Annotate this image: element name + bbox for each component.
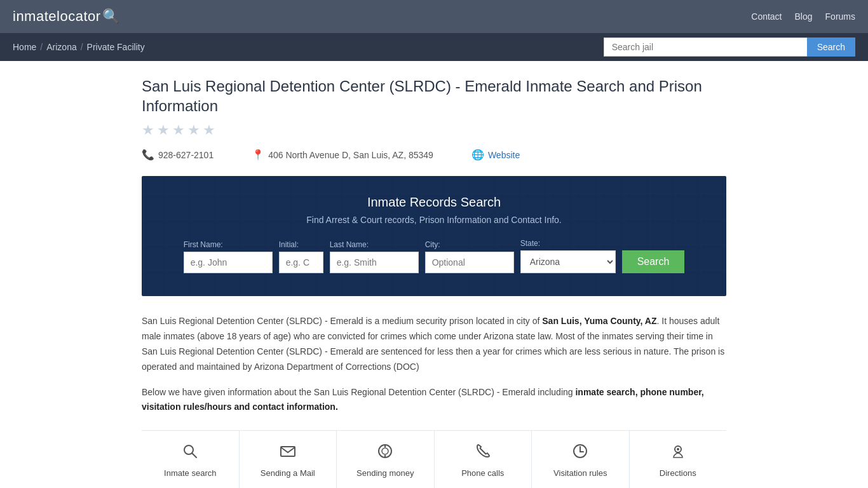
bottom-nav-directions-label: Directions — [660, 468, 696, 478]
svg-point-4 — [382, 448, 388, 454]
banner-title: Inmate Records Search — [161, 195, 707, 210]
visitation-icon — [571, 442, 589, 464]
star-2: ★ — [157, 122, 170, 139]
description-para1: San Luis Regional Detention Center (SLRD… — [142, 314, 726, 374]
star-4: ★ — [187, 122, 200, 139]
description-para2: Below we have given information about th… — [142, 385, 726, 416]
main-content: San Luis Regional Detention Center (SLRD… — [129, 61, 739, 488]
breadcrumb-sep-2: / — [81, 42, 83, 52]
search-jail-input[interactable] — [604, 37, 807, 57]
bottom-nav-mail-label: Sending a Mail — [261, 468, 315, 478]
desc-para1-start: San Luis Regional Detention Center (SLRD… — [142, 316, 542, 326]
last-name-input[interactable] — [330, 252, 419, 273]
bottom-nav-visitation[interactable]: Visitation rules — [532, 431, 630, 488]
last-name-label: Last Name: — [330, 240, 419, 249]
facility-address: 📍 406 North Avenue D, San Luis, AZ, 8534… — [252, 149, 433, 161]
inmate-search-icon — [181, 442, 199, 464]
banner-subtitle: Find Arrest & Court records, Prison Info… — [161, 215, 707, 225]
search-jail-button[interactable]: Search — [807, 37, 855, 57]
initial-group: Initial: — [279, 240, 323, 273]
first-name-label: First Name: — [184, 240, 273, 249]
bottom-nav-phone-label: Phone calls — [461, 468, 504, 478]
inmate-search-form: First Name: Initial: Last Name: City: St… — [161, 239, 707, 273]
bottom-nav-visitation-label: Visitation rules — [553, 468, 607, 478]
logo-text: inmatelocator — [13, 8, 101, 25]
star-rating: ★ ★ ★ ★ ★ — [142, 122, 726, 139]
star-1: ★ — [142, 122, 154, 139]
search-form-button[interactable]: Search — [622, 250, 685, 273]
first-name-input[interactable] — [184, 252, 273, 273]
breadcrumb-arizona[interactable]: Arizona — [46, 42, 76, 52]
page-title: San Luis Regional Detention Center (SLRD… — [142, 76, 726, 116]
city-input[interactable] — [425, 252, 514, 273]
mail-icon — [279, 442, 297, 464]
inmate-search-banner: Inmate Records Search Find Arrest & Cour… — [142, 176, 726, 296]
bottom-nav-inmate-search[interactable]: Inmate search — [142, 431, 240, 488]
first-name-group: First Name: — [184, 240, 273, 273]
bottom-nav-inmate-search-label: Inmate search — [164, 468, 216, 478]
facility-info: 📞 928-627-2101 📍 406 North Avenue D, San… — [142, 149, 726, 161]
bottom-nav-phone-calls[interactable]: Phone calls — [435, 431, 532, 488]
address-text: 406 North Avenue D, San Luis, AZ, 85349 — [268, 150, 433, 160]
initial-label: Initial: — [279, 240, 323, 249]
money-icon — [376, 442, 394, 464]
state-group: State: AlabamaAlaskaArizonaArkansasCalif… — [520, 239, 616, 273]
city-group: City: — [425, 240, 514, 273]
blog-link[interactable]: Blog — [795, 11, 813, 22]
star-3: ★ — [172, 122, 185, 139]
top-nav-links: Contact Blog Forums — [751, 11, 855, 22]
initial-input[interactable] — [279, 252, 323, 273]
facility-website: 🌐 Website — [471, 149, 520, 161]
breadcrumb: Home / Arizona / Private Facility — [13, 42, 145, 52]
contact-link[interactable]: Contact — [751, 11, 782, 22]
site-logo[interactable]: inmatelocator🔍 — [13, 8, 119, 25]
last-name-group: Last Name: — [330, 240, 419, 273]
jail-search-bar: Search — [604, 37, 855, 57]
forums-link[interactable]: Forums — [825, 11, 855, 22]
bottom-nav-directions[interactable]: Directions — [630, 431, 727, 488]
logo-icon: 🔍 — [102, 8, 120, 25]
star-5: ★ — [203, 122, 215, 139]
breadcrumb-current: Private Facility — [87, 42, 145, 52]
state-label: State: — [520, 239, 616, 248]
website-link[interactable]: Website — [488, 150, 520, 160]
desc-para1-bold: San Luis, Yuma County, AZ — [542, 316, 656, 326]
city-label: City: — [425, 240, 514, 249]
phone-calls-icon — [474, 442, 492, 464]
svg-point-11 — [677, 448, 679, 451]
breadcrumb-sep-1: / — [40, 42, 43, 52]
directions-icon — [669, 442, 687, 464]
bottom-nav-sending-mail[interactable]: Sending a Mail — [240, 431, 337, 488]
location-icon: 📍 — [252, 149, 264, 161]
breadcrumb-home[interactable]: Home — [13, 42, 36, 52]
bottom-nav-money-label: Sending money — [356, 468, 414, 478]
globe-icon: 🌐 — [471, 149, 484, 161]
phone-number: 928-627-2101 — [158, 150, 214, 160]
bottom-navigation: Inmate search Sending a Mail Sending m — [142, 430, 726, 488]
desc-para2-start: Below we have given information about th… — [142, 387, 575, 397]
breadcrumb-bar: Home / Arizona / Private Facility Search — [0, 33, 868, 61]
state-select[interactable]: AlabamaAlaskaArizonaArkansasCaliforniaCo… — [520, 250, 616, 273]
phone-icon: 📞 — [142, 149, 154, 161]
svg-line-1 — [193, 454, 197, 458]
facility-phone: 📞 928-627-2101 — [142, 149, 214, 161]
bottom-nav-sending-money[interactable]: Sending money — [337, 431, 435, 488]
top-navigation: inmatelocator🔍 Contact Blog Forums — [0, 0, 868, 33]
